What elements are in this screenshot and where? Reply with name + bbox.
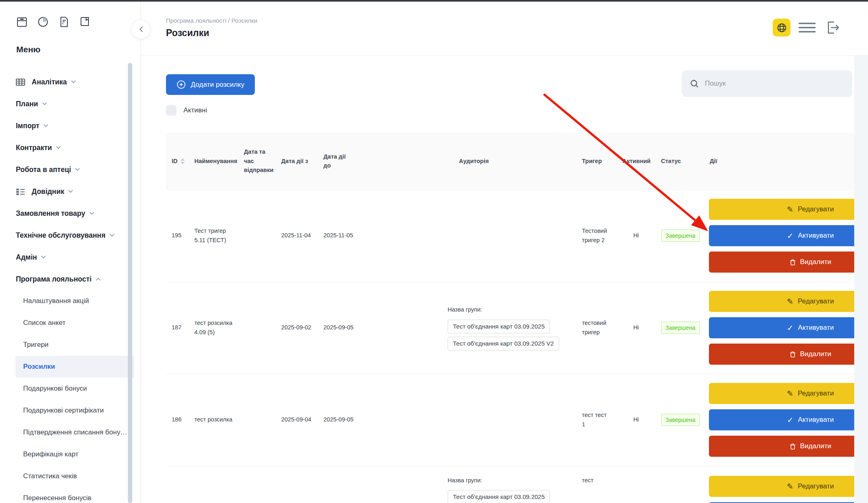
cell-name bbox=[189, 466, 238, 503]
sidebar-subitem-Перенесення бонусів[interactable]: Перенесення бонусів bbox=[15, 487, 134, 503]
cell-date-from: 2025-11-04 bbox=[276, 190, 318, 282]
audience-group-chip: Тест об'єднання карт 03.09.2025 bbox=[448, 320, 550, 333]
column-header-id[interactable]: ID bbox=[166, 133, 189, 189]
sidebar-item-Плани[interactable]: Плани bbox=[0, 93, 140, 115]
delete-button-label: Видалити bbox=[800, 442, 831, 450]
cell-active: Ні bbox=[617, 282, 655, 374]
sidebar-item-Технічне обслуговування[interactable]: Технічне обслуговування bbox=[0, 224, 140, 246]
activate-button[interactable]: ✓Активувати bbox=[709, 317, 854, 338]
delete-button[interactable]: Видалити bbox=[709, 344, 854, 365]
delete-button-label: Видалити bbox=[800, 350, 831, 358]
caret-up-icon bbox=[181, 158, 185, 161]
sidebar-subitem-Розсилки[interactable]: Розсилки bbox=[15, 356, 134, 378]
column-header-label: Активний bbox=[622, 157, 650, 166]
search-box[interactable] bbox=[682, 70, 852, 97]
breadcrumb[interactable]: Програма лояльності / Розсилки bbox=[166, 17, 257, 24]
activate-button[interactable]: ✓Активувати bbox=[709, 225, 854, 246]
cell-status: Завершена bbox=[655, 374, 704, 466]
sidebar-item-label: Технічне обслуговування bbox=[16, 231, 106, 240]
chevron-down-icon bbox=[75, 168, 80, 171]
search-icon bbox=[690, 79, 699, 88]
column-header-date_from: Дата дії з bbox=[276, 133, 318, 189]
menu-lines-icon[interactable] bbox=[799, 22, 816, 33]
sidebar-item-label: Плани bbox=[16, 100, 38, 108]
delete-button[interactable]: Видалити bbox=[709, 436, 854, 457]
audience-groups: Назва групи:Тест об'єднання карт 03.09.2… bbox=[448, 476, 550, 503]
sort-carets-icon[interactable] bbox=[181, 158, 185, 164]
topbar-actions bbox=[773, 19, 841, 37]
edit-button[interactable]: ✎Редагувати bbox=[709, 199, 854, 220]
cell-id: 187 bbox=[166, 282, 189, 374]
sidebar-subitem-Статистика чеків[interactable]: Статистика чеків bbox=[15, 465, 134, 487]
table-row: 187тест розсилка 4.09 (5)2025-09-022025-… bbox=[166, 282, 854, 374]
pencil-icon: ✎ bbox=[787, 390, 793, 398]
activate-button[interactable]: ✓Активувати bbox=[709, 409, 854, 430]
cell-date-from: 2025-09-02 bbox=[276, 282, 318, 374]
sidebar-subitem-Верифікація карт[interactable]: Верифікація карт bbox=[15, 443, 134, 465]
cell-audience: Назва групи:Тест об'єднання карт 03.09.2… bbox=[354, 466, 576, 503]
column-header-label: ID bbox=[172, 157, 178, 166]
archive-icon[interactable] bbox=[15, 15, 28, 28]
sidebar-item-label: Програма лояльності bbox=[16, 275, 92, 284]
chevron-down-icon bbox=[42, 102, 47, 105]
chevron-down-icon bbox=[68, 190, 73, 193]
sidebar-collapse-button[interactable] bbox=[131, 19, 151, 39]
pie-chart-icon[interactable] bbox=[37, 15, 50, 28]
cell-date-to: 2025-11-05 bbox=[318, 190, 354, 282]
sidebar-subitem-Подарункові бонуси[interactable]: Подарункові бонуси bbox=[15, 378, 134, 400]
cell-trigger: тест bbox=[576, 466, 617, 503]
plus-circle-icon bbox=[177, 80, 186, 89]
column-header-status: Статус bbox=[655, 133, 704, 189]
sidebar-subitem-Підтвердження списання бону…[interactable]: Підтвердження списання бону… bbox=[15, 421, 134, 443]
edit-button-label: Редагувати bbox=[798, 297, 834, 305]
logout-icon[interactable] bbox=[824, 19, 841, 36]
active-checkbox[interactable] bbox=[166, 105, 177, 116]
sidebar-item-label: Аналітика bbox=[32, 78, 67, 86]
mailings-table: IDНайменуванняДата та час відправкиДата … bbox=[166, 133, 854, 503]
caret-down-icon bbox=[181, 162, 185, 164]
sidebar-item-Програма лояльності[interactable]: Програма лояльності bbox=[0, 268, 140, 290]
pencil-icon: ✎ bbox=[787, 483, 793, 490]
cell-name: тест розсилка 4.09 (5) bbox=[189, 282, 238, 374]
sidebar-subitem-Подарункові сертифікати[interactable]: Подарункові сертифікати bbox=[15, 400, 134, 421]
add-mailing-button[interactable]: Додати розсилку bbox=[166, 74, 255, 95]
page-title: Розсилки bbox=[166, 28, 209, 39]
column-header-actions: Дії bbox=[704, 133, 854, 189]
sidebar-subitem-Тригери[interactable]: Тригери bbox=[15, 334, 134, 356]
cell-send-datetime bbox=[238, 466, 276, 503]
activate-button-label: Активувати bbox=[798, 232, 834, 240]
column-header-date_to: Дата дії до bbox=[318, 133, 354, 189]
audience-group-label: Назва групи: bbox=[448, 305, 482, 314]
cell-audience bbox=[354, 190, 576, 282]
edit-button[interactable]: ✎Редагувати bbox=[709, 476, 854, 497]
sidebar-item-Імпорт[interactable]: Імпорт bbox=[0, 115, 140, 137]
column-header-label: Аудиторія bbox=[459, 157, 489, 166]
cell-status: Завершена bbox=[655, 282, 704, 374]
globe-icon[interactable] bbox=[773, 19, 790, 37]
search-input[interactable] bbox=[704, 79, 844, 88]
sidebar-item-Контракти[interactable]: Контракти bbox=[0, 137, 140, 159]
status-badge: Завершена bbox=[661, 322, 700, 334]
chevron-down-icon bbox=[41, 256, 46, 259]
sidebar-item-Робота в аптеці[interactable]: Робота в аптеці bbox=[0, 159, 140, 181]
edit-button[interactable]: ✎Редагувати bbox=[709, 383, 854, 404]
column-header-trigger: Тригер bbox=[576, 133, 617, 189]
sidebar-item-Адмін[interactable]: Адмін bbox=[0, 246, 140, 268]
edit-button-label: Редагувати bbox=[798, 389, 834, 398]
cell-trigger: тест тест 1 bbox=[576, 374, 617, 466]
sidebar-subitem-Список анкет[interactable]: Список анкет bbox=[15, 312, 134, 334]
sidebar-item-label: Робота в аптеці bbox=[16, 166, 71, 174]
edit-button-label: Редагувати bbox=[798, 482, 834, 490]
cell-send-datetime bbox=[238, 190, 276, 282]
sidebar-item-Аналітика[interactable]: Аналітика bbox=[0, 71, 140, 93]
sidebar-subitem-Налаштування акцій[interactable]: Налаштування акцій bbox=[15, 290, 134, 312]
menu-title: Меню bbox=[16, 45, 41, 54]
document-icon[interactable] bbox=[58, 15, 71, 28]
sidebar-item-Довідник[interactable]: Довідник bbox=[0, 181, 140, 202]
sidebar-scrollbar-thumb[interactable] bbox=[128, 63, 132, 503]
delete-button[interactable]: Видалити bbox=[709, 252, 854, 273]
table-row: 186тест розсилка2025-09-042025-09-05тест… bbox=[166, 374, 854, 466]
edit-button[interactable]: ✎Редагувати bbox=[709, 291, 854, 312]
book-icon[interactable] bbox=[79, 15, 92, 28]
sidebar-item-Замовлення товару[interactable]: Замовлення товару bbox=[0, 202, 140, 224]
